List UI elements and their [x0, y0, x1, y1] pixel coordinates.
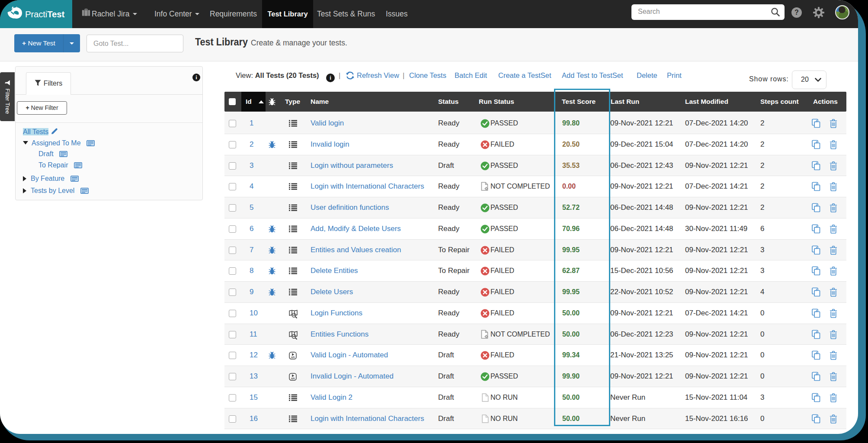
svg-text:API: API: [291, 377, 295, 380]
svg-text:API: API: [291, 356, 295, 359]
